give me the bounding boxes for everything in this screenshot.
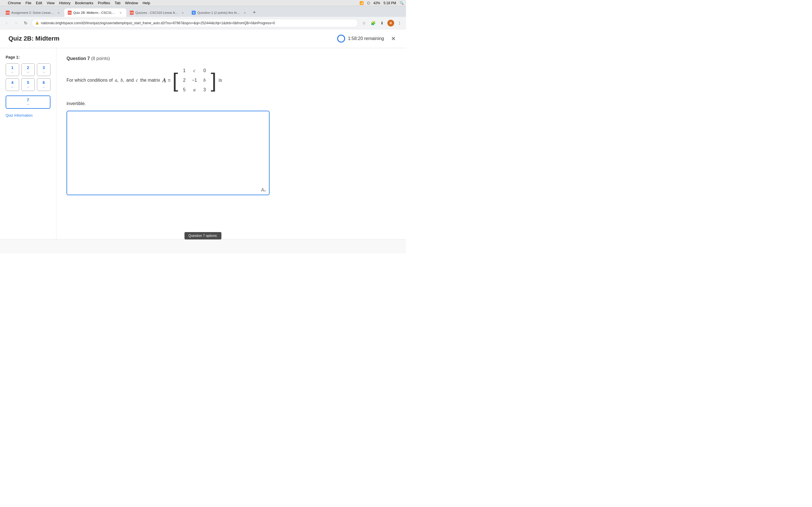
q-text-the-matrix: the matrix bbox=[140, 76, 160, 84]
tab-favicon-4: G bbox=[192, 11, 196, 15]
menu-window[interactable]: Window bbox=[125, 1, 138, 5]
matrix-cell-01: c bbox=[193, 67, 195, 74]
tab-favicon-2: D2L bbox=[68, 11, 71, 15]
tab-close-3[interactable]: × bbox=[181, 10, 185, 15]
question-nav-7[interactable]: 7 -- bbox=[6, 96, 50, 109]
profile-avatar[interactable]: R bbox=[388, 20, 394, 26]
tab-title-4: Question 1 (2 points) Are the… bbox=[197, 11, 241, 14]
tab-question1[interactable]: G Question 1 (2 points) Are the… × bbox=[188, 8, 250, 17]
menu-history[interactable]: History bbox=[59, 1, 70, 5]
matrix-cell-11: −1 bbox=[192, 76, 197, 84]
matrix-cell-10: 2 bbox=[183, 76, 186, 84]
question-nav-2[interactable]: 2 -- bbox=[21, 63, 35, 76]
tab-title-1: Assignment 2: Solve Linear A… bbox=[11, 11, 55, 14]
tab-quizzes[interactable]: D2L Quizzes - CSC310 Linear Alg… × bbox=[126, 8, 188, 17]
answer-textarea[interactable] bbox=[66, 111, 269, 195]
quiz-header: Quiz 2B: Midterm 1:58:20 remaining ✕ bbox=[0, 29, 406, 48]
menu-chrome[interactable]: Chrome bbox=[8, 1, 21, 5]
question-nav-4[interactable]: 4 -- bbox=[6, 78, 19, 91]
question-content: Question 7 (8 points) For which conditio… bbox=[56, 48, 406, 239]
tab-assignment[interactable]: D2L Assignment 2: Solve Linear A… × bbox=[2, 8, 64, 17]
question-text: For which conditions of a, b, and c the … bbox=[66, 66, 396, 94]
wifi-icon: 📶 bbox=[359, 1, 364, 5]
timer-circle-icon bbox=[337, 35, 345, 43]
quiz-sidebar: Page 1: 1 -- 2 -- 3 -- 4 -- bbox=[0, 48, 56, 239]
tab-close-1[interactable]: × bbox=[56, 10, 61, 15]
matrix-equation: A = [ 1 c 0 2 −1 b 5 a 3 bbox=[162, 66, 216, 94]
menu-bar-right: 📶 ⬡ 42% 5:18 PM 🔍 bbox=[359, 1, 404, 5]
question-grid: 1 -- 2 -- 3 -- 4 -- 5 -- bbox=[6, 63, 50, 91]
quiz-body: Page 1: 1 -- 2 -- 3 -- 4 -- bbox=[0, 48, 406, 239]
page-label: Page 1: bbox=[6, 55, 50, 59]
matrix-bracket-container: [ 1 c 0 2 −1 b 5 a 3 ] bbox=[172, 66, 216, 94]
matrix-left-bracket: [ bbox=[172, 70, 178, 91]
matrix-cell-00: 1 bbox=[183, 67, 186, 74]
menu-file[interactable]: File bbox=[26, 1, 31, 5]
tab-close-4[interactable]: × bbox=[243, 10, 247, 15]
question-nav-6[interactable]: 6 -- bbox=[37, 78, 50, 91]
timer-text: 1:58:20 remaining bbox=[348, 36, 384, 41]
matrix-cell-12: b bbox=[204, 76, 206, 84]
q-text-invertible: invertible. bbox=[66, 101, 86, 106]
matrix-cell-22: 3 bbox=[203, 86, 206, 94]
question-nav-5[interactable]: 5 -- bbox=[21, 78, 35, 91]
tab-close-2[interactable]: × bbox=[118, 10, 123, 15]
spellcheck-icon[interactable]: Aᵥ bbox=[261, 187, 266, 193]
matrix-right-bracket: ] bbox=[211, 70, 216, 91]
q-text-is: is bbox=[219, 76, 222, 84]
answer-area: Aᵥ bbox=[66, 111, 269, 196]
equals-sign: = bbox=[168, 76, 171, 84]
extensions-icon[interactable]: 🧩 bbox=[369, 19, 377, 27]
timer-area: 1:58:20 remaining bbox=[337, 35, 384, 43]
matrix-cell-21: a bbox=[193, 86, 196, 94]
bluetooth-icon: ⬡ bbox=[367, 1, 370, 5]
matrix-cell-20: 5 bbox=[183, 86, 186, 94]
new-tab-button[interactable]: + bbox=[250, 8, 258, 16]
matrix-name: A bbox=[162, 76, 166, 85]
question-points: (8 points) bbox=[91, 56, 110, 61]
url-bar[interactable]: 🔒 nationalu.brightspace.com/d2l/lms/quiz… bbox=[32, 19, 358, 27]
menu-bookmarks[interactable]: Bookmarks bbox=[75, 1, 93, 5]
address-bar-right: ☆ 🧩 ⬇ R ⋮ bbox=[360, 19, 403, 27]
clock: 5:18 PM bbox=[384, 1, 396, 5]
tab-favicon-3: D2L bbox=[130, 11, 134, 15]
matrix-cell-02: 0 bbox=[203, 67, 206, 74]
tab-quiz-midterm[interactable]: D2L Quiz 2B: Midterm - CSC310 L… × bbox=[64, 8, 126, 17]
forward-button[interactable]: › bbox=[12, 19, 20, 27]
reload-button[interactable]: ↻ bbox=[22, 19, 29, 27]
menu-tab[interactable]: Tab bbox=[114, 1, 120, 5]
tab-title-2: Quiz 2B: Midterm - CSC310 L… bbox=[73, 11, 117, 14]
menu-edit[interactable]: Edit bbox=[36, 1, 42, 5]
q-var-b: b, bbox=[121, 76, 124, 84]
quiz-container: Quiz 2B: Midterm 1:58:20 remaining ✕ Pag… bbox=[0, 29, 406, 239]
menu-dots-icon[interactable]: ⋮ bbox=[396, 19, 403, 27]
menu-profiles[interactable]: Profiles bbox=[98, 1, 110, 5]
bottom-bar: Question 7 options: bbox=[0, 239, 406, 253]
bookmark-star-icon[interactable]: ☆ bbox=[360, 19, 368, 27]
lock-icon: 🔒 bbox=[35, 21, 39, 25]
tab-favicon-1: D2L bbox=[6, 11, 10, 15]
chrome-tabs-bar: D2L Assignment 2: Solve Linear A… × D2L … bbox=[0, 6, 406, 17]
menu-help[interactable]: Help bbox=[143, 1, 150, 5]
download-icon[interactable]: ⬇ bbox=[378, 19, 386, 27]
question-grid-row2: 7 -- bbox=[6, 96, 50, 109]
quiz-title: Quiz 2B: Midterm bbox=[8, 35, 337, 42]
close-quiz-button[interactable]: ✕ bbox=[389, 34, 398, 43]
quiz-information-link[interactable]: Quiz Information bbox=[6, 113, 50, 117]
menu-bar: Chrome File Edit View History Bookmarks … bbox=[0, 0, 406, 6]
battery-label: 42% bbox=[373, 1, 380, 5]
menu-view[interactable]: View bbox=[47, 1, 55, 5]
back-button[interactable]: ‹ bbox=[3, 19, 10, 27]
tab-title-3: Quizzes - CSC310 Linear Alg… bbox=[135, 11, 179, 14]
question-header: Question 7 (8 points) bbox=[66, 56, 396, 61]
q-text-before: For which conditions of bbox=[66, 76, 113, 84]
question-nav-1[interactable]: 1 -- bbox=[6, 63, 19, 76]
matrix-grid: 1 c 0 2 −1 b 5 a 3 bbox=[179, 66, 210, 94]
question-nav-3[interactable]: 3 -- bbox=[37, 63, 50, 76]
address-bar: ‹ › ↻ 🔒 nationalu.brightspace.com/d2l/lm… bbox=[0, 17, 406, 29]
q-text-and: and bbox=[126, 76, 134, 84]
q-var-c: c bbox=[136, 76, 138, 84]
url-text: nationalu.brightspace.com/d2l/lms/quizzi… bbox=[41, 21, 354, 25]
question-number: Question 7 bbox=[66, 56, 90, 61]
search-icon[interactable]: 🔍 bbox=[400, 1, 404, 5]
